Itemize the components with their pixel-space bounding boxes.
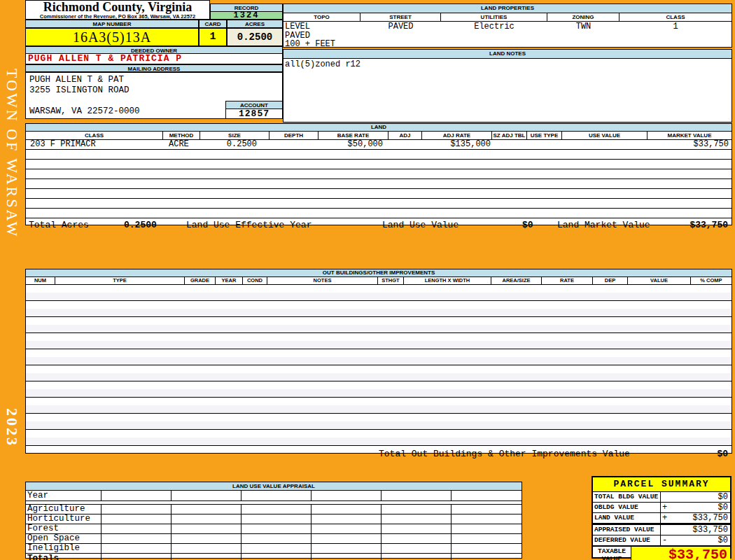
county-title: Richmond County, Virginia [26,1,209,14]
cell-sz-adj-tbl [492,140,527,149]
appraisal-cell [382,491,451,500]
appraisal-row-label: Ineligible [26,544,102,553]
map-number-value: 16A3(5)13A [25,28,199,46]
column-header: LENGTH X WIDTH [404,277,491,285]
appraisal-row: Open Space [26,534,522,544]
appraisal-cell [172,505,241,514]
empty-land-row [26,150,732,160]
column-header: % COMP [691,277,732,285]
summary-label: APPRAISED VALUE [593,525,661,535]
summary-amount: $33,750 [693,525,728,535]
appraisal-cell [382,514,451,524]
card-value: 1 [199,28,227,46]
summary-row: APPRAISED VALUE $33,750 [593,524,730,536]
summary-value: -$0 [661,536,730,545]
summary-amount: $0 [718,492,728,502]
column-header: STHGT [378,277,404,285]
out-buildings-title: OUT BUILDINGS/OTHER IMPROVEMENTS [26,270,732,277]
appraisal-cell [451,554,522,560]
appraisal-cell [241,514,312,524]
appraisal-cell [451,524,522,533]
column-header: AREA/SIZE [491,277,542,285]
empty-land-row [26,209,732,218]
topo-values: LEVEL PAVED 100 + FEET [284,22,360,49]
cell-use-type [527,140,562,149]
appraisal-cell [102,491,172,500]
appraisal-row-label: Open Space [26,534,102,543]
operator-sign: - [662,536,667,545]
acres-value: 0.2500 [227,28,283,46]
appraisal-cell [172,491,241,500]
appraisal-cell [172,534,241,543]
empty-land-row [26,189,732,199]
county-header: Richmond County, Virginia Commissioner o… [25,0,210,20]
total-acres-value: 0.2500 [124,218,157,232]
appraisal-cell [312,544,382,553]
appraisal-cell [172,544,241,553]
empty-building-row [26,349,732,365]
summary-row: DEFERRED VALUE -$0 [593,536,730,546]
class-value: 1 [620,22,732,49]
appraisal-cell [382,505,451,514]
out-buildings-total-value: $0 [717,446,728,462]
appraisal-cell [312,554,382,560]
empty-building-row [26,317,732,333]
appraisal-row: Ineligible [26,544,522,554]
cell-adj-rate: $135,000 [422,140,492,149]
summary-label: OBLDG VALUE [593,503,661,512]
appraisal-cell [172,514,241,524]
town-banner: TOWN OF WARSAW [3,69,21,328]
parcel-summary-section: PARCEL SUMMARY TOTAL BLDG VALUE $0 OBLDG… [592,476,732,559]
out-buildings-total-row: Total Out Buildings & Other Improvements… [26,446,732,462]
summary-amount: $0 [718,536,728,545]
summary-row: OBLDG VALUE +$0 [593,503,730,513]
address-line: 3255 ISLINGTON ROAD [29,85,282,96]
appraisal-cell [102,505,172,514]
empty-building-row [26,382,732,398]
empty-land-row [26,179,732,189]
column-header: USE VALUE [562,132,648,140]
appraisal-cell [241,505,312,514]
out-buildings-header-row: NUM TYPE GRADE YEAR COND NOTES STHGT LEN… [26,277,732,285]
appraisal-cell [451,505,522,514]
column-header: RATE [542,277,593,285]
appraisal-cell [312,491,382,500]
cell-adj [388,140,422,149]
land-properties-section: LAND PROPERTIES TOPO STREET UTILITIES ZO… [283,4,732,48]
appraisal-cell [382,544,451,553]
appraisal-cell [102,554,172,560]
land-table-title: LAND [26,124,732,132]
empty-building-row [26,301,732,317]
summary-row: LAND VALUE +$33,750 [593,513,730,524]
appraisal-cell [102,534,172,543]
appraisal-cell [102,524,172,533]
appraisal-cell [382,524,451,533]
land-table-row: 203 F PRIMACR ACRE 0.2500 $50,000 $135,0… [26,140,732,150]
appraisal-cell [172,554,241,560]
zoning-value: TWN [547,22,620,49]
land-notes-section: LAND NOTES all(5)zoned r12 [283,49,732,122]
deeded-owner-name: PUGH ALLEN T & PATRICIA P [25,54,283,64]
appraisal-cell [382,554,451,560]
cell-method: ACRE [163,140,200,149]
cell-class: 203 F PRIMACR [26,140,163,149]
acres-label: ACRES [227,20,283,28]
appraisal-cell [451,534,522,543]
topo-line: LEVEL [285,22,360,31]
land-properties-values: LEVEL PAVED 100 + FEET PAVED Electric TW… [284,22,732,49]
cell-size: 0.2500 [200,140,270,149]
account-value: 12857 [225,109,283,119]
empty-building-row [26,333,732,349]
cell-use-value [562,140,648,149]
map-number-label: MAP NUMBER [25,20,199,28]
appraisal-cell [312,505,382,514]
column-header: YEAR [216,277,243,285]
column-header: ADJ [388,132,422,140]
empty-land-row [26,199,732,209]
land-properties-title: LAND PROPERTIES [284,4,732,13]
effective-year-label: Land Use Effective Year [186,218,312,232]
land-market-value: $33,750 [690,218,728,232]
summary-amount: $0 [718,503,728,512]
operator-sign: + [662,513,667,523]
appraisal-row-label: Totals [26,554,102,560]
